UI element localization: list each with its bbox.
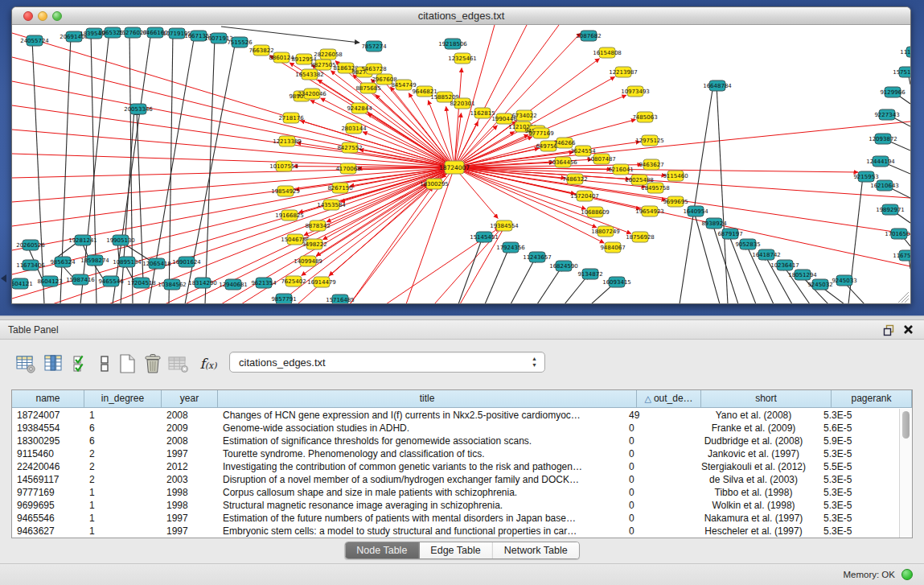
table-cell[interactable]: 5.5E-5	[819, 460, 899, 473]
table-body[interactable]: 1872400712008Changes of HCN gene express…	[12, 409, 899, 538]
table-cell[interactable]: 14569117	[12, 473, 84, 486]
table-cell[interactable]: 1997	[162, 512, 218, 525]
delete-column-icon[interactable]	[142, 352, 164, 375]
column-header-in_degree[interactable]: in_degree	[84, 390, 162, 407]
table-cell[interactable]: 0	[624, 422, 688, 435]
table-row[interactable]: 911546021997Tourette syndrome. Phenomeno…	[12, 447, 899, 460]
table-cell[interactable]: 1997	[162, 447, 218, 460]
table-cell[interactable]: Structural magnetic resonance image aver…	[218, 499, 624, 512]
table-row[interactable]: 1872400712008Changes of HCN gene express…	[12, 409, 899, 422]
table-cell[interactable]: 0	[624, 473, 688, 486]
column-header-pagerank[interactable]: pagerank	[832, 390, 912, 407]
table-cell[interactable]: Corpus callosum shape and size in male p…	[218, 486, 624, 499]
table-cell[interactable]: Jankovic et al. (1997)	[688, 447, 819, 460]
table-cell[interactable]: Yano et al. (2008)	[688, 409, 819, 422]
table-cell[interactable]: 1998	[162, 499, 218, 512]
table-cell[interactable]: Investigating the contribution of common…	[218, 460, 624, 473]
clear-selection-icon[interactable]	[93, 352, 116, 375]
table-cell[interactable]: 9699695	[12, 499, 84, 512]
table-cell[interactable]: 2012	[162, 460, 218, 473]
table-header-row[interactable]: namein_degreeyeartitle△out_de…shortpager…	[12, 390, 912, 408]
table-scrollbar[interactable]	[899, 409, 912, 538]
table-cell[interactable]: 18724007	[12, 409, 84, 422]
table-cell[interactable]: Changes of HCN gene expression and I(f) …	[218, 409, 624, 422]
table-cell[interactable]: 9777169	[12, 486, 84, 499]
table-cell[interactable]: Estimation of the future numbers of pati…	[218, 512, 624, 525]
table-cell[interactable]: Estimation of significance thresholds fo…	[218, 435, 624, 447]
network-svg[interactable]: 2405572420691406183954971065325715276027…	[12, 25, 910, 304]
table-settings-icon[interactable]	[14, 352, 37, 375]
table-cell[interactable]: 6	[84, 435, 162, 447]
table-cell[interactable]: 1	[84, 486, 162, 499]
table-cell[interactable]: 0	[624, 512, 688, 525]
table-cell[interactable]: 2	[84, 447, 162, 460]
table-cell[interactable]: 9115460	[12, 447, 84, 460]
select-columns-icon[interactable]	[42, 352, 64, 375]
table-row[interactable]: 977716911998Corpus callosum shape and si…	[12, 486, 899, 499]
new-column-icon[interactable]	[116, 352, 138, 375]
table-cell[interactable]: 2	[84, 460, 162, 473]
table-row[interactable]: 2242004622012Investigating the contribut…	[12, 460, 899, 473]
table-cell[interactable]: 0	[624, 499, 688, 512]
table-row[interactable]: 946362711997Embryonic stem cells: a mode…	[12, 525, 899, 538]
tab-edge-table[interactable]: Edge Table	[419, 542, 492, 558]
table-cell[interactable]: 9463627	[12, 525, 84, 538]
table-cell[interactable]: 5.3E-5	[819, 499, 899, 512]
table-cell[interactable]: Disruption of a novel member of a sodium…	[218, 473, 624, 486]
network-canvas[interactable]: 2405572420691406183954971065325715276027…	[12, 25, 910, 304]
table-cell[interactable]: 1997	[162, 525, 218, 538]
table-selector-dropdown[interactable]: citations_edges.txt ▲▼	[229, 352, 545, 373]
table-cell[interactable]: 2008	[162, 409, 218, 422]
table-cell[interactable]: 18300295	[12, 435, 84, 447]
column-header-name[interactable]: name	[12, 390, 84, 407]
close-panel-icon[interactable]	[902, 323, 914, 336]
table-row[interactable]: 969969511998Structural magnetic resonanc…	[12, 499, 899, 512]
table-cell[interactable]: 5.3E-5	[819, 525, 899, 538]
tab-node-table[interactable]: Node Table	[345, 542, 419, 558]
column-header-short[interactable]: short	[701, 390, 832, 407]
table-cell[interactable]: 9465546	[12, 512, 84, 525]
table-cell[interactable]: 0	[624, 460, 688, 473]
table-cell[interactable]: 1	[84, 525, 162, 538]
table-cell[interactable]: 0	[624, 447, 688, 460]
resize-grip-icon[interactable]	[895, 289, 910, 303]
column-header-title[interactable]: title	[218, 390, 637, 407]
scrollbar-thumb[interactable]	[902, 411, 910, 439]
table-cell[interactable]: de Silva et al. (2003)	[688, 473, 819, 486]
table-cell[interactable]: Franke et al. (2009)	[688, 422, 819, 435]
table-row[interactable]: 1830029562008Estimation of significance …	[12, 435, 899, 447]
table-cell[interactable]: Genome-wide association studies in ADHD.	[218, 422, 624, 435]
table-cell[interactable]: 2	[84, 473, 162, 486]
table-cell[interactable]: Tibbo et al. (1998)	[688, 486, 819, 499]
table-cell[interactable]: 5.6E-5	[819, 422, 899, 435]
table-cell[interactable]: 2009	[162, 422, 218, 435]
window-titlebar[interactable]: citations_edges.txt	[12, 7, 910, 25]
table-cell[interactable]: 19384554	[12, 422, 84, 435]
float-panel-icon[interactable]	[883, 324, 895, 336]
table-cell[interactable]: Hescheler et al. (1997)	[688, 525, 819, 538]
table-cell[interactable]: Nakamura et al. (1997)	[688, 512, 819, 525]
memory-status-indicator[interactable]	[901, 569, 913, 580]
table-cell[interactable]: 5.3E-5	[819, 409, 899, 422]
column-header-year[interactable]: year	[162, 390, 218, 407]
table-cell[interactable]: 0	[624, 525, 688, 538]
table-cell[interactable]: 2003	[162, 473, 218, 486]
table-cell[interactable]: 1998	[162, 486, 218, 499]
table-cell[interactable]: 49	[624, 409, 688, 422]
table-cell[interactable]: Dudbridge et al. (2008)	[688, 435, 819, 447]
table-cell[interactable]: Tourette syndrome. Phenomenology and cla…	[218, 447, 624, 460]
table-row[interactable]: 946554611997Estimation of the future num…	[12, 512, 899, 525]
table-cell[interactable]: 1	[84, 409, 162, 422]
table-cell[interactable]: Wolkin et al. (1998)	[688, 499, 819, 512]
table-cell[interactable]: 5.3E-5	[819, 473, 899, 486]
network-window[interactable]: citations_edges.txt 24055724206914061839…	[11, 6, 911, 304]
table-row[interactable]: 1938455462009Genome-wide association stu…	[12, 422, 899, 435]
tab-network-table[interactable]: Network Table	[493, 542, 579, 558]
table-cell[interactable]: 1	[84, 512, 162, 525]
table-cell[interactable]: 6	[84, 422, 162, 435]
function-builder-icon[interactable]: f(x)	[195, 352, 222, 375]
table-cell[interactable]: 0	[624, 486, 688, 499]
select-all-icon[interactable]	[71, 352, 93, 375]
splitter-collapse-arrow-icon[interactable]	[1, 274, 6, 282]
column-header-out_de[interactable]: △out_de…	[637, 390, 701, 407]
